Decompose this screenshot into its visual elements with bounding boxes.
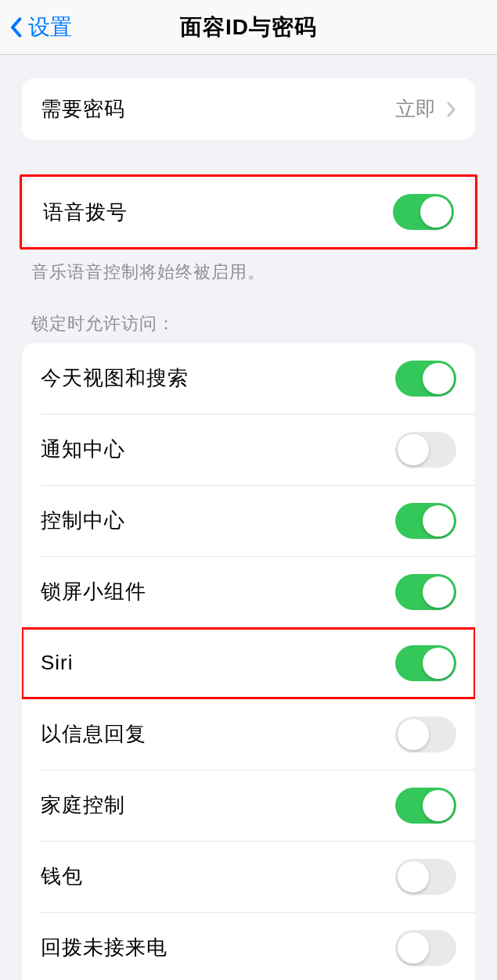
toggle-knob xyxy=(398,434,429,465)
lock-access-row[interactable]: 钱包 xyxy=(22,842,475,912)
voice-dial-footer: 音乐语音控制将始终被启用。 xyxy=(0,249,497,284)
lock-access-toggle[interactable] xyxy=(395,361,456,397)
lock-access-row[interactable]: 锁屏小组件 xyxy=(22,557,475,627)
toggle-knob xyxy=(423,363,454,394)
lock-access-label: 今天视图和搜索 xyxy=(41,364,189,392)
lock-access-row[interactable]: 回拨未接来电 xyxy=(22,913,475,980)
page-title: 面容ID与密码 xyxy=(180,13,317,42)
voice-dial-group: 语音拨号 xyxy=(24,177,473,247)
lock-access-row[interactable]: 今天视图和搜索 xyxy=(22,343,475,414)
lock-access-group: 今天视图和搜索通知中心控制中心锁屏小组件Siri以信息回复家庭控制钱包回拨未接来… xyxy=(22,343,475,980)
lock-access-header: 锁定时允许访问： xyxy=(0,284,497,343)
back-label: 设置 xyxy=(28,13,72,42)
require-passcode-value-wrap: 立即 xyxy=(395,95,456,123)
lock-access-row[interactable]: 以信息回复 xyxy=(22,699,475,770)
lock-access-label: 钱包 xyxy=(41,863,83,890)
toggle-knob xyxy=(423,648,454,679)
lock-access-toggle[interactable] xyxy=(395,503,456,539)
voice-dial-toggle[interactable] xyxy=(393,194,454,230)
lock-access-label: Siri xyxy=(41,651,74,675)
lock-access-toggle[interactable] xyxy=(395,574,456,610)
toggle-knob xyxy=(398,932,429,964)
toggle-knob xyxy=(420,196,452,228)
lock-access-toggle[interactable] xyxy=(395,432,456,468)
lock-access-toggle[interactable] xyxy=(395,930,456,966)
lock-access-label: 家庭控制 xyxy=(41,792,125,819)
nav-header: 设置 面容ID与密码 xyxy=(0,0,497,55)
toggle-knob xyxy=(423,505,454,537)
content-area: 需要密码 立即 语音拨号 音乐语音控制将始终被启用。 锁定时允许访问： 今天视图… xyxy=(0,55,497,980)
require-passcode-label: 需要密码 xyxy=(41,95,125,123)
passcode-group: 需要密码 立即 xyxy=(22,78,475,140)
lock-access-label: 以信息回复 xyxy=(41,720,146,748)
lock-access-row[interactable]: 通知中心 xyxy=(22,415,475,485)
lock-access-label: 回拨未接来电 xyxy=(41,934,167,961)
toggle-knob xyxy=(398,861,429,892)
lock-access-toggle[interactable] xyxy=(395,788,456,824)
chevron-right-icon xyxy=(447,102,456,117)
toggle-knob xyxy=(423,576,454,608)
voice-dial-row[interactable]: 语音拨号 xyxy=(24,177,473,247)
chevron-left-icon xyxy=(9,16,22,38)
lock-access-label: 控制中心 xyxy=(41,507,125,534)
require-passcode-value: 立即 xyxy=(395,95,436,123)
lock-access-row[interactable]: Siri xyxy=(22,628,475,698)
lock-access-label: 通知中心 xyxy=(41,436,125,463)
back-button[interactable]: 设置 xyxy=(0,13,72,42)
toggle-knob xyxy=(423,790,454,821)
voice-dial-highlight: 语音拨号 xyxy=(20,174,477,249)
toggle-knob xyxy=(398,719,429,750)
lock-access-row[interactable]: 控制中心 xyxy=(22,486,475,556)
lock-access-row[interactable]: 家庭控制 xyxy=(22,770,475,841)
lock-access-label: 锁屏小组件 xyxy=(41,578,146,605)
require-passcode-row[interactable]: 需要密码 立即 xyxy=(22,78,475,140)
lock-access-toggle[interactable] xyxy=(395,716,456,752)
lock-access-toggle[interactable] xyxy=(395,645,456,681)
lock-access-toggle[interactable] xyxy=(395,859,456,895)
voice-dial-label: 语音拨号 xyxy=(43,199,128,226)
